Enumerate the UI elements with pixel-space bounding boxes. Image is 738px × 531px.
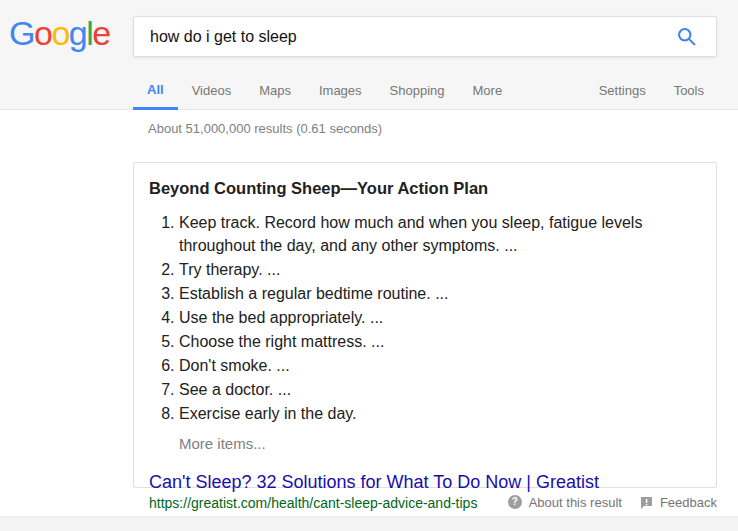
tab-maps[interactable]: Maps bbox=[245, 71, 305, 110]
page-bottom-strip bbox=[0, 516, 738, 531]
snippet-title: Beyond Counting Sheep—Your Action Plan bbox=[149, 179, 702, 198]
tab-more[interactable]: More bbox=[459, 71, 517, 110]
about-this-result-button[interactable]: ? About this result bbox=[508, 495, 622, 510]
tab-tools[interactable]: Tools bbox=[660, 71, 718, 110]
result-stats: About 51,000,000 results (0.61 seconds) bbox=[148, 121, 382, 136]
search-button[interactable] bbox=[664, 17, 708, 56]
tab-shopping[interactable]: Shopping bbox=[376, 71, 459, 110]
about-this-result-label: About this result bbox=[529, 495, 622, 510]
help-circle-icon: ? bbox=[508, 495, 522, 509]
tab-settings[interactable]: Settings bbox=[585, 71, 660, 110]
snippet-list-item: Use the bed appropriately. ... bbox=[179, 306, 702, 329]
more-items-label: More items... bbox=[179, 435, 702, 452]
snippet-list-item: See a doctor. ... bbox=[179, 378, 702, 401]
tab-images[interactable]: Images bbox=[305, 71, 376, 110]
logo-letter: o bbox=[51, 14, 68, 52]
snippet-footer-actions: ? About this result Feedback bbox=[508, 492, 717, 512]
logo-letter: g bbox=[69, 14, 86, 52]
feedback-flag-icon bbox=[640, 496, 653, 509]
tab-videos[interactable]: Videos bbox=[178, 71, 246, 110]
snippet-list-item: Try therapy. ... bbox=[179, 258, 702, 281]
search-header: Google All Videos Maps Images Shopping M… bbox=[0, 0, 738, 110]
search-icon bbox=[676, 26, 697, 47]
snippet-list-item: Don't smoke. ... bbox=[179, 354, 702, 377]
feedback-label: Feedback bbox=[660, 495, 717, 510]
results-tab-bar: All Videos Maps Images Shopping More Set… bbox=[133, 71, 718, 110]
feedback-button[interactable]: Feedback bbox=[640, 495, 717, 510]
google-logo[interactable]: Google bbox=[9, 13, 110, 53]
tab-all[interactable]: All bbox=[133, 71, 178, 110]
snippet-list-item: Exercise early in the day. bbox=[179, 402, 702, 425]
snippet-list-item: Keep track. Record how much and when you… bbox=[179, 211, 702, 257]
result-link-title[interactable]: Can't Sleep? 32 Solutions for What To Do… bbox=[149, 471, 702, 493]
snippet-list-item: Choose the right mattress. ... bbox=[179, 330, 702, 353]
logo-letter: o bbox=[34, 14, 51, 52]
logo-letter: e bbox=[92, 14, 109, 52]
snippet-list-item: Establish a regular bedtime routine. ... bbox=[179, 282, 702, 305]
search-input[interactable] bbox=[150, 17, 670, 56]
snippet-list: Keep track. Record how much and when you… bbox=[179, 211, 702, 425]
search-box bbox=[133, 16, 717, 57]
logo-letter: G bbox=[9, 14, 34, 52]
featured-snippet-card: Beyond Counting Sheep—Your Action Plan K… bbox=[133, 162, 717, 488]
google-search-results-page: Google All Videos Maps Images Shopping M… bbox=[0, 0, 738, 531]
